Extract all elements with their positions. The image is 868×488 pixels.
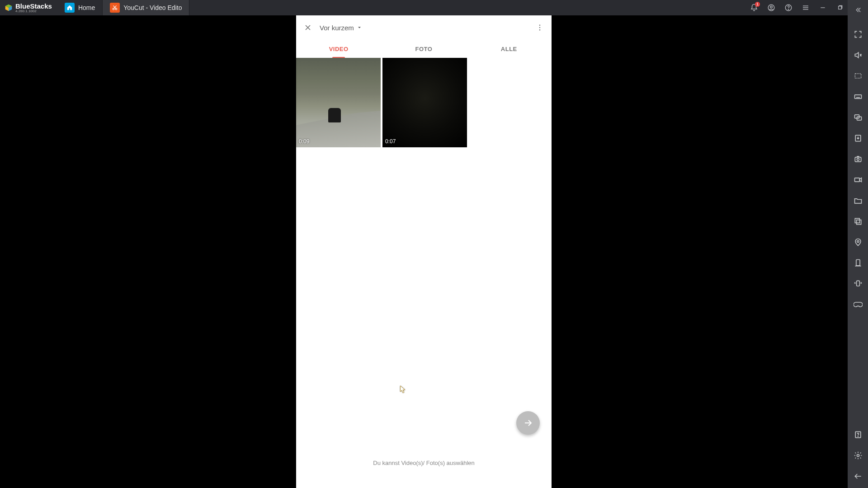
back-icon[interactable] xyxy=(853,471,863,482)
close-icon[interactable] xyxy=(302,21,314,34)
svg-point-23 xyxy=(539,24,541,26)
svg-point-22 xyxy=(857,455,859,457)
svg-point-3 xyxy=(770,6,773,8)
picker-footer: Du kannst Video(s)/ Foto(s) auswählen xyxy=(296,455,552,488)
notification-badge: 1 xyxy=(755,2,760,7)
svg-point-21 xyxy=(858,436,858,436)
svg-rect-14 xyxy=(854,178,859,182)
video-duration: 0:09 xyxy=(299,138,309,145)
svg-rect-6 xyxy=(839,6,842,9)
app-tabs: Home YouCut - Video Edito xyxy=(57,0,190,15)
picker-tabs: VIDEO FOTO ALLE xyxy=(296,40,552,58)
screenshot-icon[interactable] xyxy=(853,154,863,164)
record-icon[interactable] xyxy=(853,174,863,185)
svg-rect-12 xyxy=(855,157,861,162)
svg-point-17 xyxy=(857,240,859,242)
album-label: Vor kurzem xyxy=(320,24,354,32)
arrow-right-icon xyxy=(523,418,533,428)
svg-rect-19 xyxy=(856,281,859,286)
tab-foto[interactable]: FOTO xyxy=(381,40,466,58)
multi-instance-icon[interactable] xyxy=(853,216,863,227)
video-duration: 0:07 xyxy=(385,138,396,145)
account-icon[interactable] xyxy=(767,3,776,12)
gamepad-icon[interactable] xyxy=(853,299,863,310)
rotate-icon[interactable] xyxy=(853,258,863,268)
install-apk-icon[interactable] xyxy=(853,133,863,144)
svg-point-24 xyxy=(539,27,541,28)
volume-mute-icon[interactable] xyxy=(853,50,863,61)
more-options-icon[interactable] xyxy=(533,21,546,34)
media-picker-panel: Vor kurzem VIDEO FOTO ALLE 0:09 0:07 xyxy=(296,15,552,488)
settings-icon[interactable] xyxy=(853,450,863,461)
tab-alle[interactable]: ALLE xyxy=(467,40,552,58)
video-thumbnail[interactable]: 0:09 xyxy=(296,58,381,147)
help-icon[interactable] xyxy=(784,3,793,12)
sync-apps-icon[interactable] xyxy=(853,112,863,123)
youcut-app-icon xyxy=(110,3,120,13)
svg-point-13 xyxy=(857,158,859,160)
tab-video[interactable]: VIDEO xyxy=(296,40,381,58)
keyboard-icon[interactable] xyxy=(853,91,863,102)
next-button[interactable] xyxy=(516,411,540,435)
menu-hamburger-icon[interactable] xyxy=(801,3,810,12)
keymap-icon[interactable] xyxy=(853,70,863,81)
tab-home-label: Home xyxy=(78,4,95,11)
svg-point-5 xyxy=(788,9,788,9)
tab-home[interactable]: Home xyxy=(57,0,103,15)
svg-rect-7 xyxy=(855,74,861,78)
macro-folder-icon[interactable] xyxy=(853,195,863,206)
picker-header: Vor kurzem xyxy=(296,15,552,40)
location-icon[interactable] xyxy=(853,237,863,248)
notifications-icon[interactable]: 1 xyxy=(750,3,759,12)
emulator-viewport: Vor kurzem VIDEO FOTO ALLE 0:09 0:07 xyxy=(0,15,848,488)
right-sidebar xyxy=(848,0,868,488)
svg-rect-16 xyxy=(856,220,861,225)
album-dropdown[interactable]: Vor kurzem xyxy=(320,24,362,32)
tab-app-label: YouCut - Video Edito xyxy=(123,4,182,11)
sidebar-collapse-icon[interactable] xyxy=(854,4,862,16)
svg-point-25 xyxy=(539,29,541,31)
chevron-down-icon xyxy=(357,25,362,30)
brand-name: BlueStacks xyxy=(15,3,52,9)
tab-alle-label: ALLE xyxy=(501,46,517,52)
window-titlebar: BlueStacks 4.280.1.1002 Home YouCut - Vi… xyxy=(0,0,868,15)
tab-video-label: VIDEO xyxy=(329,46,349,52)
tab-foto-label: FOTO xyxy=(415,46,433,52)
selection-hint: Du kannst Video(s)/ Foto(s) auswählen xyxy=(296,455,552,468)
bluestacks-logo-icon xyxy=(4,3,14,13)
shake-icon[interactable] xyxy=(853,278,863,289)
window-minimize-icon[interactable] xyxy=(818,3,827,12)
fullscreen-icon[interactable] xyxy=(853,29,863,40)
video-thumbnail[interactable]: 0:07 xyxy=(382,58,467,147)
window-restore-icon[interactable] xyxy=(835,3,844,12)
svg-rect-18 xyxy=(856,260,859,266)
svg-rect-8 xyxy=(854,95,861,99)
svg-rect-15 xyxy=(855,218,859,223)
home-icon xyxy=(65,3,75,13)
bluestacks-logo: BlueStacks 4.280.1.1002 xyxy=(0,3,56,13)
media-grid: 0:09 0:07 xyxy=(296,58,552,147)
guide-icon[interactable] xyxy=(853,429,863,440)
brand-version: 4.280.1.1002 xyxy=(15,9,52,13)
tab-app-youcut[interactable]: YouCut - Video Edito xyxy=(103,0,189,15)
